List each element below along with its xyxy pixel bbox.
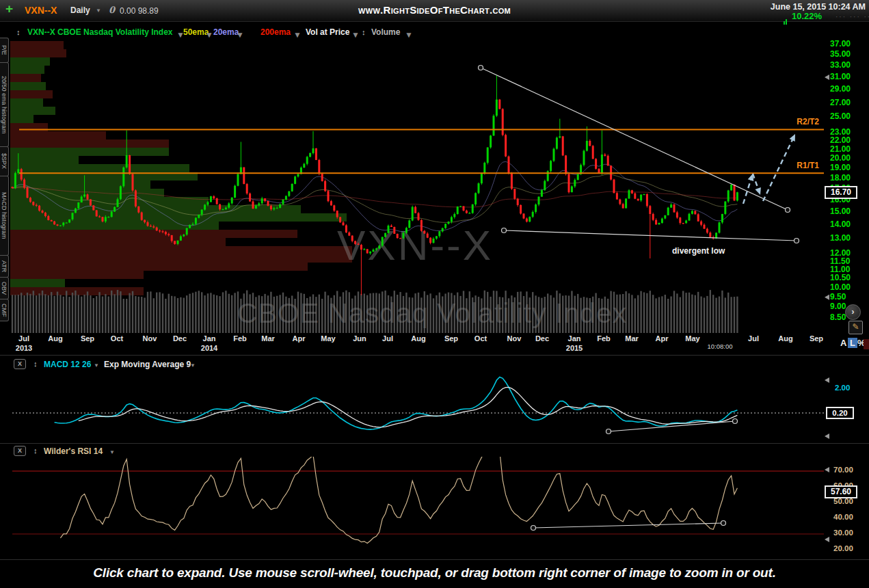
panel-divider[interactable] (0, 355, 869, 356)
datetime-label: June 15, 2015 10:24 AM (771, 2, 866, 12)
macd-line (55, 377, 738, 429)
chevron-down-icon[interactable]: ▼ (109, 449, 115, 455)
projection-arrow (753, 174, 758, 189)
toolbar-dots: ··· ··· ··· (835, 13, 869, 21)
axis-scroll-arrow-icon[interactable] (825, 377, 829, 383)
axis-scroll-arrow-icon[interactable] (825, 75, 829, 80)
close-panel-button[interactable]: X (14, 359, 26, 369)
side-tab-atr[interactable]: ATR (0, 255, 9, 278)
chevron-down-icon[interactable]: ▼ (190, 362, 196, 369)
resistance-r2-label: R2/T2 (773, 117, 819, 126)
quote-values: 0.00 98.89 (120, 6, 159, 16)
chart-canvas[interactable]: VXN--XCBOE Nasdaq Volatility Index (0, 0, 869, 588)
macd-signal-line (79, 387, 738, 427)
change-percent: 10.22% (792, 11, 822, 21)
move-panel-icon[interactable]: ↕ (34, 360, 38, 368)
volume-profile-bar (10, 148, 169, 156)
timeframe-select[interactable]: Daily (70, 5, 90, 15)
volume-profile-bar (10, 115, 34, 123)
axis-scroll-arrow-icon[interactable] (825, 295, 829, 300)
axis-mode-log-selected[interactable]: L (848, 338, 857, 348)
rsi-value-box: 57.60 (825, 485, 857, 498)
volume-profile-bar (10, 74, 41, 82)
volume-profile-bar (10, 230, 297, 238)
trendline-handle[interactable] (502, 228, 507, 233)
volume-profile-bar (10, 131, 106, 139)
axis-scroll-arrow-icon[interactable] (825, 467, 829, 472)
side-tab-obv[interactable]: OBV (0, 277, 9, 299)
macd-signal-title[interactable]: Exp Moving Average 9 (104, 360, 191, 369)
site-watermark: www.RightSideOfTheChart.com (358, 4, 511, 16)
volume-profile-bar (10, 271, 144, 279)
macd-axis-label: 2.00 (835, 384, 850, 392)
draw-tool-icon[interactable]: ✎ (848, 321, 863, 334)
expand-axis-button[interactable]: › (845, 304, 861, 320)
volume-profile-bar (10, 57, 50, 66)
axis-corner-marker (864, 339, 869, 349)
trendline[interactable] (481, 68, 788, 210)
volume-profile-bar (10, 139, 169, 148)
axis-mode-arithmetic[interactable]: A (840, 338, 846, 348)
volume-profile-bar (10, 41, 64, 49)
trendline-handle[interactable] (531, 526, 536, 531)
side-tab--spx[interactable]: $SPX (0, 146, 9, 176)
volume-profile-bar (10, 107, 55, 115)
panel-divider (0, 559, 869, 560)
volume-profile-bar (10, 254, 352, 263)
add-symbol-icon[interactable]: + (5, 3, 13, 14)
rsi-line (60, 436, 737, 543)
macd-title[interactable]: MACD 12 26 (44, 360, 91, 369)
move-panel-icon[interactable]: ↕ (34, 446, 38, 455)
volume-profile-bar (10, 90, 53, 98)
charting-app-window: VXN--XCBOE Nasdaq Volatility Index + VXN… (0, 0, 869, 588)
divergent-low-note: divergent low (672, 246, 725, 256)
change-bars-icon (784, 12, 788, 25)
volume-profile-bar (10, 66, 44, 74)
chevron-down-icon[interactable]: ▼ (94, 362, 99, 369)
trendline-handle[interactable] (794, 239, 799, 243)
trendline[interactable] (533, 523, 723, 528)
volume-profile-bar (10, 82, 46, 90)
axis-scroll-arrow-icon[interactable] (825, 537, 829, 542)
quote-prefix-icon: 0 (109, 5, 115, 15)
volume-profile-bar (10, 279, 65, 287)
top-toolbar: + VXN--X Daily ▼ 0 0.00 98.89 www.RightS… (0, 0, 869, 22)
panel-divider[interactable] (0, 443, 869, 444)
rsi-panel (12, 436, 824, 543)
rsi-title[interactable]: Wilder's RSI 14 (44, 446, 103, 456)
trendline-handle[interactable] (606, 429, 611, 434)
volume-profile-bar (10, 238, 226, 246)
volume-profile-bar (10, 213, 347, 222)
volume-profile-bar (10, 246, 352, 254)
volume-profile-bar (10, 164, 189, 172)
macd-value-box: 0.20 (826, 407, 854, 419)
side-tab-p-e-ratio[interactable]: P/E Ratio (0, 38, 9, 63)
symbol-ticker[interactable]: VXN--X (25, 5, 57, 16)
macd-panel (12, 377, 824, 429)
trendline-handle[interactable] (721, 521, 726, 526)
volume-profile-bar (10, 49, 66, 57)
side-tab-20-50-ema-histogram[interactable]: 20/50 ema histogram (0, 62, 9, 147)
caption-text: Click chart to expand. Use mouse scroll-… (0, 565, 869, 580)
trendline-handle[interactable] (479, 66, 483, 70)
volume-profile-bar (10, 98, 43, 107)
arrow-head-icon (755, 187, 760, 195)
trendline-handle[interactable] (733, 419, 738, 424)
trendline-handle[interactable] (786, 208, 790, 213)
last-price-box: 16.70 (825, 186, 857, 199)
volume-profile-bar (10, 263, 308, 271)
close-panel-button[interactable]: X (14, 446, 26, 456)
index-name-watermark: CBOE Nasdaq Volatility Index (237, 297, 627, 329)
side-tab-cmf[interactable]: CMF (0, 299, 9, 321)
chevron-down-icon[interactable]: ▼ (96, 8, 101, 14)
volume-profile-bar (10, 156, 79, 164)
axis-scroll-arrow-icon[interactable] (825, 433, 829, 439)
resistance-r1-label: R1/T1 (773, 161, 819, 170)
side-tab-macd-histogram[interactable]: MACD histogram (0, 176, 9, 256)
